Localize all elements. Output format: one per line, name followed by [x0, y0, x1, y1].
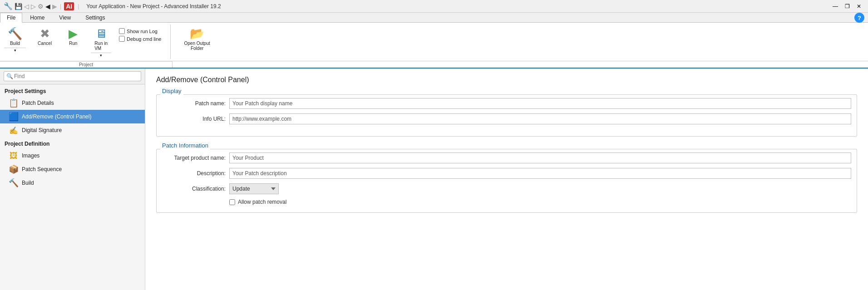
content-area: Add/Remove (Control Panel) Display Patch…	[145, 69, 868, 290]
sidebar-item-patch-sequence[interactable]: 📦 Patch Sequence	[0, 162, 145, 176]
description-row: Description:	[162, 168, 851, 179]
window-controls: — ❐ ✕	[830, 2, 864, 11]
page-title: Add/Remove (Control Panel)	[156, 76, 857, 84]
run-icon: ▶	[69, 27, 78, 41]
patch-name-input[interactable]	[229, 98, 851, 109]
ribbon: 🔨 Build ▾ ✖ Cancel ▶ Run 🖥 Run in VM ▾	[0, 23, 868, 69]
ribbon-group-label: Project	[0, 61, 173, 68]
target-product-row: Target product name:	[162, 152, 851, 163]
add-remove-label: Add/Remove (Control Panel)	[22, 113, 91, 120]
search-icon: 🔍	[6, 73, 13, 79]
allow-patch-removal-label[interactable]: Allow patch removal	[238, 199, 286, 205]
titlebar: 🔧 💾 ◁ ▷ ⚙ ◀ ▶ | AI | Your Application - …	[0, 0, 868, 13]
digital-signature-icon: ✍	[9, 126, 18, 135]
tab-view[interactable]: View	[52, 13, 78, 22]
sidebar-item-patch-details[interactable]: 📋 Patch Details	[0, 96, 145, 110]
ribbon-checkboxes: Show run Log Debug cmd line	[119, 25, 161, 42]
sidebar-item-images[interactable]: 🖼 Images	[0, 149, 145, 162]
info-url-row: Info URL:	[162, 113, 851, 124]
debug-cmd-line-checkbox[interactable]	[119, 36, 125, 42]
help-button[interactable]: ?	[854, 13, 864, 23]
titlebar-left: 🔧 💾 ◁ ▷ ⚙ ◀ ▶ | AI | Your Application - …	[4, 2, 221, 10]
debug-cmd-line-checkbox-label[interactable]: Debug cmd line	[119, 36, 161, 42]
project-settings-label: Project Settings	[0, 84, 145, 96]
classification-select[interactable]: Update Hotfix Security Rollup Critical U…	[229, 183, 279, 194]
save-icon[interactable]: 💾	[15, 3, 22, 10]
digital-signature-label: Digital Signature	[22, 127, 62, 133]
back-icon[interactable]: ◀	[45, 3, 50, 10]
run-button[interactable]: ▶ Run	[63, 25, 83, 48]
patch-name-row: Patch name:	[162, 98, 851, 109]
add-remove-icon: 🟦	[9, 112, 18, 121]
target-product-input[interactable]	[229, 152, 851, 163]
app-icon: 🔧	[4, 2, 13, 10]
show-run-log-label: Show run Log	[127, 29, 158, 34]
project-definition-label: Project Definition	[0, 137, 145, 149]
tab-home[interactable]: Home	[23, 13, 51, 22]
gear-icon[interactable]: ⚙	[38, 3, 44, 10]
show-run-log-checkbox-label[interactable]: Show run Log	[119, 28, 161, 34]
build-label: Build	[22, 180, 34, 186]
patch-info-section-label: Patch Information	[160, 142, 210, 149]
build-button[interactable]: 🔨 Build ▾	[4, 25, 26, 54]
run-in-vm-button[interactable]: 🖥 Run in VM ▾	[90, 25, 112, 59]
description-input[interactable]	[229, 168, 851, 179]
tab-file[interactable]: File	[0, 13, 22, 23]
target-product-label: Target product name:	[162, 155, 226, 161]
window-title: Your Application - New Project - Advance…	[86, 3, 221, 10]
sidebar: 🔍 Project Settings 📋 Patch Details 🟦 Add…	[0, 69, 145, 290]
sidebar-item-digital-signature[interactable]: ✍ Digital Signature	[0, 123, 145, 137]
open-output-folder-icon: 📂	[190, 27, 204, 41]
sidebar-item-build[interactable]: 🔨 Build	[0, 176, 145, 190]
main-layout: 🔍 Project Settings 📋 Patch Details 🟦 Add…	[0, 69, 868, 290]
redo-icon[interactable]: ▷	[31, 3, 36, 10]
classification-label: Classification:	[162, 186, 226, 192]
classification-row: Classification: Update Hotfix Security R…	[162, 183, 851, 194]
patch-info-section: Patch Information Target product name: D…	[156, 146, 857, 213]
minimize-button[interactable]: —	[830, 2, 841, 11]
display-section: Display Patch name: Info URL:	[156, 91, 857, 137]
patch-details-label: Patch Details	[22, 100, 54, 106]
classification-select-wrapper: Update Hotfix Security Rollup Critical U…	[229, 183, 851, 194]
debug-cmd-line-label: Debug cmd line	[127, 36, 161, 42]
close-button[interactable]: ✕	[853, 2, 864, 11]
description-label: Description:	[162, 170, 226, 177]
search-wrap: 🔍	[4, 71, 141, 81]
allow-patch-removal-checkbox[interactable]	[229, 199, 235, 205]
ai-logo: AI	[64, 2, 74, 10]
patch-name-label: Patch name:	[162, 100, 226, 107]
title-separator: |	[78, 3, 79, 10]
ribbon-separator	[170, 25, 171, 59]
show-run-log-checkbox[interactable]	[119, 28, 125, 34]
ribbon-content: 🔨 Build ▾ ✖ Cancel ▶ Run 🖥 Run in VM ▾	[0, 23, 868, 61]
images-label: Images	[22, 152, 39, 159]
build-sidebar-icon: 🔨	[9, 178, 18, 187]
menu-tabs: File Home View Settings ?	[0, 13, 868, 23]
run-in-vm-icon: 🖥	[95, 27, 107, 41]
patch-sequence-icon: 📦	[9, 165, 18, 174]
cancel-icon: ✖	[40, 27, 50, 41]
allow-patch-removal-row: Allow patch removal	[162, 199, 851, 205]
open-output-folder-button[interactable]: 📂 Open OutputFolder	[180, 25, 214, 53]
tab-settings[interactable]: Settings	[79, 13, 112, 22]
forward-icon[interactable]: ▶	[52, 3, 57, 10]
sidebar-search-area: 🔍	[0, 69, 145, 84]
info-url-input[interactable]	[229, 113, 851, 124]
maximize-button[interactable]: ❐	[842, 2, 853, 11]
info-url-label: Info URL:	[162, 116, 226, 122]
sidebar-item-add-remove[interactable]: 🟦 Add/Remove (Control Panel)	[0, 110, 145, 123]
separator-titlebar: |	[60, 3, 61, 10]
search-input[interactable]	[4, 71, 141, 81]
images-icon: 🖼	[9, 151, 18, 160]
patch-sequence-label: Patch Sequence	[22, 166, 62, 172]
cancel-button[interactable]: ✖ Cancel	[34, 25, 56, 48]
display-section-label: Display	[160, 88, 183, 94]
undo-icon[interactable]: ◁	[24, 3, 29, 10]
patch-details-icon: 📋	[9, 98, 18, 108]
build-icon: 🔨	[8, 27, 22, 41]
